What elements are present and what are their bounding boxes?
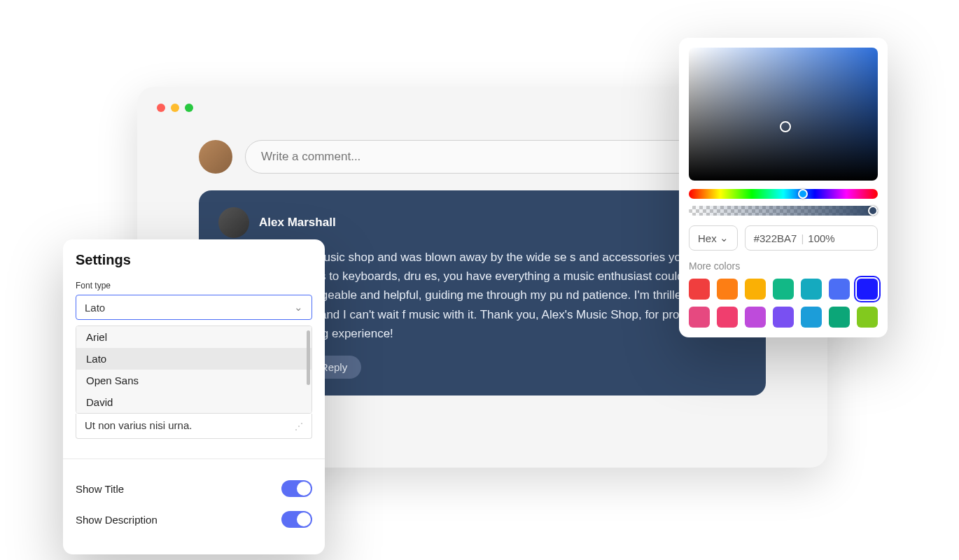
saturation-cursor[interactable] <box>780 121 791 132</box>
font-option-ariel[interactable]: Ariel <box>76 326 312 348</box>
hue-slider[interactable] <box>689 189 878 199</box>
font-option-lato[interactable]: Lato <box>76 348 312 370</box>
show-title-toggle[interactable] <box>281 480 312 497</box>
sample-textarea[interactable]: Ut non varius nisi urna. ⋰ <box>76 414 312 439</box>
color-swatch-7[interactable] <box>689 307 710 328</box>
chevron-down-icon: ⌄ <box>294 301 303 314</box>
font-dropdown: Ariel Lato Open Sans David <box>76 326 312 414</box>
font-option-opensans[interactable]: Open Sans <box>76 370 312 391</box>
more-colors-label: More colors <box>689 260 878 272</box>
font-option-david[interactable]: David <box>76 391 312 413</box>
resize-handle-icon[interactable]: ⋰ <box>295 421 303 431</box>
divider <box>63 458 325 459</box>
comment-header: Alex Marshall <box>218 207 746 238</box>
color-swatch-3[interactable] <box>773 279 794 300</box>
color-swatch-10[interactable] <box>773 307 794 328</box>
color-format-select[interactable]: Hex ⌄ <box>689 225 738 251</box>
comment-body: sited your music shop and was blown away… <box>259 248 746 343</box>
font-type-label: Font type <box>76 281 312 290</box>
hue-cursor[interactable] <box>798 189 808 199</box>
saturation-area[interactable] <box>689 48 878 181</box>
font-select[interactable]: Lato ⌄ <box>76 295 312 320</box>
color-swatch-6[interactable] <box>857 279 878 300</box>
show-title-row: Show Title <box>76 473 312 504</box>
settings-title: Settings <box>76 252 312 268</box>
color-format-value: Hex <box>698 232 717 244</box>
swatch-grid <box>689 279 878 328</box>
font-select-value: Lato <box>85 302 105 314</box>
maximize-window-button[interactable] <box>185 104 193 112</box>
commenter-avatar <box>218 207 249 238</box>
comment-actions: es Reply <box>259 356 746 379</box>
minimize-window-button[interactable] <box>171 104 179 112</box>
color-swatch-0[interactable] <box>689 279 710 300</box>
current-user-avatar <box>199 140 232 174</box>
hex-value: #322BA7 <box>754 232 797 244</box>
show-description-toggle[interactable] <box>281 511 312 528</box>
chevron-down-icon: ⌄ <box>720 232 729 244</box>
color-swatch-9[interactable] <box>745 307 766 328</box>
color-swatch-13[interactable] <box>857 307 878 328</box>
color-swatch-2[interactable] <box>745 279 766 300</box>
textarea-content: Ut non varius nisi urna. <box>85 419 192 431</box>
hex-input[interactable]: #322BA7 | 100% <box>745 225 878 251</box>
color-swatch-11[interactable] <box>801 307 822 328</box>
show-description-label: Show Description <box>76 514 158 526</box>
commenter-name: Alex Marshall <box>259 216 336 230</box>
color-swatch-12[interactable] <box>829 307 850 328</box>
show-description-row: Show Description <box>76 504 312 535</box>
color-inputs: Hex ⌄ #322BA7 | 100% <box>689 225 878 251</box>
color-swatch-1[interactable] <box>717 279 738 300</box>
close-window-button[interactable] <box>157 104 165 112</box>
alpha-slider[interactable] <box>689 206 878 216</box>
color-picker: Hex ⌄ #322BA7 | 100% More colors <box>679 38 888 337</box>
dropdown-scrollbar[interactable] <box>307 330 310 385</box>
settings-panel: Settings Font type Lato ⌄ Ariel Lato Ope… <box>63 239 325 554</box>
alpha-cursor[interactable] <box>868 206 878 216</box>
color-swatch-5[interactable] <box>829 279 850 300</box>
alpha-value: 100% <box>808 232 834 244</box>
color-swatch-8[interactable] <box>717 307 738 328</box>
color-swatch-4[interactable] <box>801 279 822 300</box>
show-title-label: Show Title <box>76 483 124 495</box>
input-separator: | <box>801 232 804 244</box>
